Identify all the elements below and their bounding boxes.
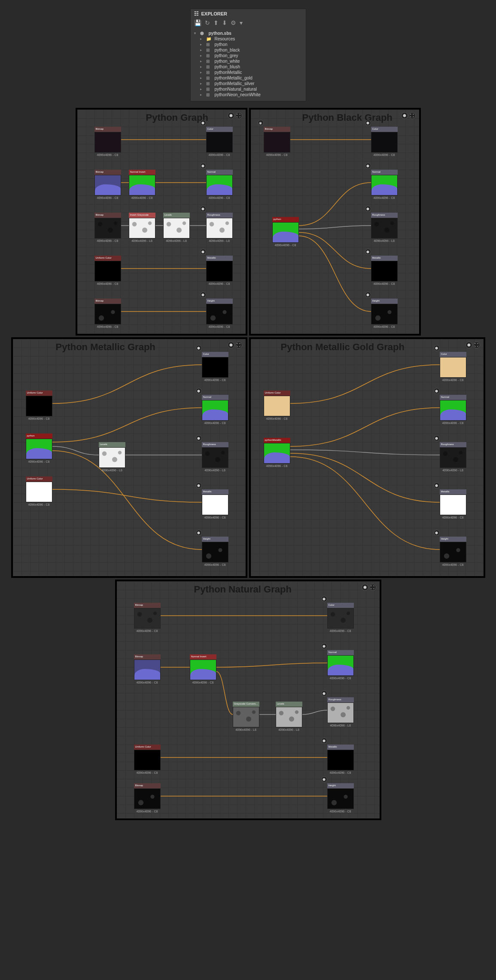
node-out_roughness[interactable]: ⬢ Roughness 4096x4096 - L8 bbox=[206, 213, 233, 242]
node-out_color[interactable]: ⬢ Color 4096x4096 - C8 bbox=[371, 127, 398, 156]
view3d-icon[interactable]: ⬢ bbox=[466, 342, 472, 348]
node-resolution: 4096x4096 - L8 bbox=[129, 239, 155, 242]
more-icon[interactable]: ▾ bbox=[240, 19, 243, 26]
expand-icon[interactable]: ⛶ bbox=[409, 112, 416, 119]
node-header: Uniform Color bbox=[134, 745, 161, 750]
node-out_metallic[interactable]: ⬢ Metallic 4096x4096 - C8 bbox=[206, 256, 233, 285]
tree-item[interactable]: ▸ ⊞ pythonNeon_neonWhite bbox=[191, 92, 306, 98]
node-out_metallic[interactable]: ⬢ Metallic 4096x4096 - C8 bbox=[327, 745, 354, 774]
node-out_normal[interactable]: ⬢ Normal 4096x4096 - C8 bbox=[206, 170, 233, 199]
node-levels[interactable]: Levels 4096x4096 - L8 bbox=[163, 213, 190, 242]
node-out_roughness[interactable]: ⬢ Roughness 4096x4096 - L8 bbox=[440, 442, 466, 472]
output-badge-icon: ⬢ bbox=[196, 482, 202, 488]
tree-item[interactable]: ▸ ⊞ python bbox=[191, 42, 306, 47]
node-out_color[interactable]: ⬢ Color 4096x4096 - C8 bbox=[202, 352, 228, 382]
node-bitmap[interactable]: Bitmap 4096x4096 - C8 bbox=[134, 783, 161, 813]
node-out_normal[interactable]: ⬢ Normal 4096x4096 - C8 bbox=[440, 395, 466, 424]
output-badge-icon: ⬢ bbox=[196, 530, 202, 536]
node-out_normal[interactable]: ⬢ Normal 4096x4096 - C8 bbox=[327, 650, 354, 680]
expand-icon[interactable]: ⛶ bbox=[235, 342, 242, 348]
node-bitmap[interactable]: Bitmap 4096x4096 - C8 bbox=[134, 603, 161, 632]
node-levels[interactable]: Levels 4096x4096 - L8 bbox=[276, 702, 302, 731]
refresh-icon[interactable]: ↻ bbox=[205, 19, 210, 26]
node-header: Normal bbox=[371, 170, 398, 175]
node-invert_greyscale[interactable]: Invert Greyscale 4096x4096 - L8 bbox=[129, 213, 155, 242]
node-header: python bbox=[272, 217, 299, 222]
node-out_metallic[interactable]: ⬢ Metallic 4096x4096 - C8 bbox=[440, 489, 466, 519]
tree-item[interactable]: ▸ 📁 Resources bbox=[191, 36, 306, 42]
tree-item[interactable]: ▸ ⊞ python_black bbox=[191, 47, 306, 53]
node-uniform[interactable]: Uniform Color 4096x4096 - C8 bbox=[134, 745, 161, 774]
download-icon[interactable]: ⬇ bbox=[222, 19, 227, 26]
node-out_height[interactable]: ⬢ Height 4096x4096 - C8 bbox=[327, 783, 354, 813]
node-thumbnail bbox=[327, 655, 354, 676]
node-out_metallic[interactable]: ⬢ Metallic 4096x4096 - C8 bbox=[371, 256, 398, 285]
node-uniform[interactable]: Uniform Color 4096x4096 - C8 bbox=[26, 391, 52, 420]
upload-icon[interactable]: ⬆ bbox=[213, 19, 219, 26]
graph-icon: ⊞ bbox=[206, 76, 212, 80]
python-black-graph[interactable]: Python Black Graph ⬢ ⛶ ◉ Bitmap 4096x409… bbox=[249, 108, 421, 336]
expand-icon[interactable]: ⛶ bbox=[369, 584, 376, 591]
node-uniform[interactable]: Uniform Color 4096x4096 - C8 bbox=[26, 476, 52, 506]
expand-icon[interactable]: ⛶ bbox=[235, 112, 242, 119]
tree-item[interactable]: ▸ ⊞ pythonNatural_natural bbox=[191, 86, 306, 92]
node-python[interactable]: python 4096x4096 - C8 bbox=[26, 434, 52, 463]
view3d-icon[interactable]: ⬢ bbox=[228, 342, 234, 348]
chevron-right-icon: ▸ bbox=[200, 54, 204, 58]
save-icon[interactable]: 💾 bbox=[194, 19, 201, 26]
node-uniform[interactable]: Uniform Color 4096x4096 - C8 bbox=[264, 391, 290, 420]
node-bitmap[interactable]: Bitmap 4096x4096 - C8 bbox=[94, 127, 121, 156]
node-bitmap[interactable]: ◉ Bitmap 4096x4096 - C8 bbox=[264, 127, 290, 156]
node-normal_invert[interactable]: Normal Invert 4096x4096 - C8 bbox=[190, 654, 216, 684]
tree-item[interactable]: ▸ ⊞ python_grey bbox=[191, 53, 306, 58]
node-grayscale_conv[interactable]: Greyscale Convers... 4096x4096 - L8 bbox=[233, 702, 259, 731]
node-resolution: 4096x4096 - C8 bbox=[202, 516, 228, 519]
python-metallic-gold-graph[interactable]: Python Metallic Gold Graph ⬢ ⛶ Uniform C… bbox=[249, 337, 485, 578]
node-out_color[interactable]: ⬢ Color 4096x4096 - C8 bbox=[206, 127, 233, 156]
node-uniform[interactable]: Uniform Color 4096x4096 - C8 bbox=[94, 256, 121, 285]
expand-icon[interactable]: ⛶ bbox=[473, 342, 480, 348]
node-out_color[interactable]: ⬢ Color 4096x4096 - C8 bbox=[440, 352, 466, 382]
node-out_height[interactable]: ⬢ Height 4096x4096 - C8 bbox=[206, 299, 233, 328]
view3d-icon[interactable]: ⬢ bbox=[228, 112, 234, 119]
node-out_roughness[interactable]: ⬢ Roughness 4096x4096 - L8 bbox=[327, 697, 354, 727]
node-bitmap[interactable]: Bitmap 4096x4096 - C8 bbox=[94, 299, 121, 328]
node-out_height[interactable]: ⬢ Height 4096x4096 - C8 bbox=[440, 537, 466, 566]
view3d-icon[interactable]: ⬢ bbox=[401, 112, 408, 119]
node-thumbnail bbox=[94, 218, 121, 238]
view3d-icon[interactable]: ⬢ bbox=[362, 584, 368, 591]
node-bitmap[interactable]: Bitmap 4096x4096 - C8 bbox=[94, 170, 121, 199]
python-metallic-graph[interactable]: Python Metallic Graph ⬢ ⛶ Uniform Color … bbox=[11, 337, 247, 578]
node-thumbnail bbox=[371, 304, 398, 324]
python-natural-graph[interactable]: Python Natural Graph ⬢ ⛶ Bitmap 4096x409… bbox=[115, 580, 381, 820]
tree-root[interactable]: ▾ ⬢ python.sbs bbox=[191, 31, 306, 36]
node-normal_invert[interactable]: Normal Invert 4096x4096 - C8 bbox=[129, 170, 155, 199]
node-out_height[interactable]: ⬢ Height 4096x4096 - C8 bbox=[371, 299, 398, 328]
node-out_normal[interactable]: ⬢ Normal 4096x4096 - C8 bbox=[202, 395, 228, 424]
node-out_height[interactable]: ⬢ Height 4096x4096 - C8 bbox=[202, 537, 228, 566]
node-out_roughness[interactable]: ⬢ Roughness 4096x4096 - L8 bbox=[371, 213, 398, 242]
node-out_metallic[interactable]: ⬢ Metallic 4096x4096 - C8 bbox=[202, 489, 228, 519]
node-out_roughness[interactable]: ⬢ Roughness 4096x4096 - L8 bbox=[202, 442, 228, 472]
node-header: Uniform Color bbox=[94, 256, 121, 261]
tree-item[interactable]: ▸ ⊞ python_blush bbox=[191, 64, 306, 70]
node-bitmap[interactable]: Bitmap 4096x4096 - C8 bbox=[94, 213, 121, 242]
python-graph[interactable]: Python Graph ⬢ ⛶ Bitmap 4096x4096 - C8 ⬢… bbox=[76, 108, 247, 336]
node-out_color[interactable]: ⬢ Color 4096x4096 - C8 bbox=[327, 603, 354, 632]
node-header: Roughness bbox=[440, 442, 466, 447]
node-python[interactable]: python 4096x4096 - C8 bbox=[272, 217, 299, 247]
tree-item[interactable]: ▸ ⊞ pythonMetallic_gold bbox=[191, 75, 306, 81]
tree-item[interactable]: ▸ ⊞ pythonMetallic bbox=[191, 70, 306, 75]
settings-icon[interactable]: ⚙ bbox=[231, 19, 236, 26]
tree-item[interactable]: ▸ ⊞ python_white bbox=[191, 58, 306, 64]
node-levels[interactable]: Levels 4096x4096 - L8 bbox=[99, 442, 125, 472]
output-badge-icon: ⬢ bbox=[321, 776, 327, 782]
node-thumbnail bbox=[94, 261, 121, 281]
node-thumbnail bbox=[190, 659, 216, 680]
node-bitmap[interactable]: Bitmap 4096x4096 - C8 bbox=[134, 654, 161, 684]
node-python_metallic[interactable]: pythonMetallic 4096x4096 - C8 bbox=[264, 438, 290, 467]
node-out_normal[interactable]: ⬢ Normal 4096x4096 - C8 bbox=[371, 170, 398, 199]
chevron-down-icon: ▾ bbox=[194, 31, 198, 35]
tree-item[interactable]: ▸ ⊞ pythonMetallic_silver bbox=[191, 81, 306, 86]
output-badge-icon: ⬢ bbox=[200, 120, 206, 126]
